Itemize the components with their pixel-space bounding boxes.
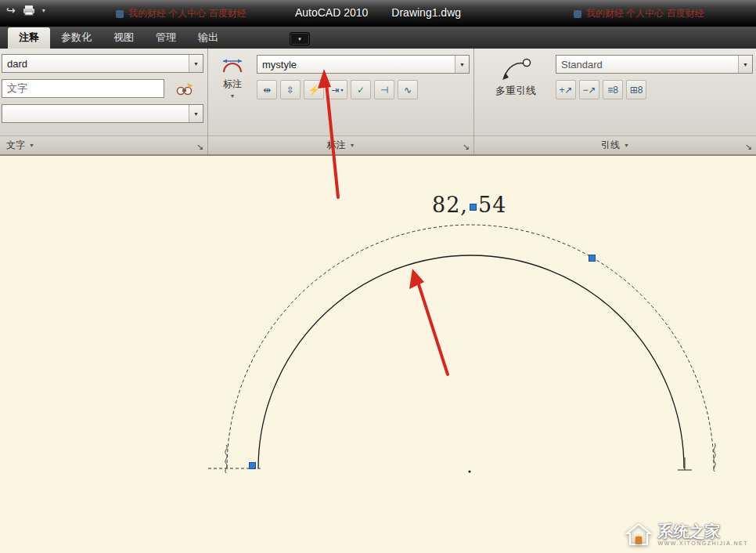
ribbon-tab-bar: 注释参数化视图管理输出 xyxy=(0,27,756,49)
remove-leader-icon[interactable]: −↗ xyxy=(579,80,599,99)
background-browser-tab-right: 我的财经 个人中心 百度财经 xyxy=(574,7,704,20)
dialog-launcher-icon[interactable]: ↘ xyxy=(463,142,470,152)
background-tab-text: 我的财经 个人中心 百度财经 xyxy=(586,7,704,20)
multileader-button-label: 多重引线 xyxy=(495,84,536,98)
chevron-down-icon: ▼ xyxy=(230,93,236,99)
dimension-panel-label-bar[interactable]: 标注 ▼ ↘ xyxy=(208,136,473,154)
arc-center-point xyxy=(468,470,470,472)
autocad-window: ↪ ▾ 我的财经 个人中心 百度财经 AutoCAD 2010 Drawing1… xyxy=(0,0,756,553)
dim-jog-line-icon[interactable]: ⊣ xyxy=(374,80,394,99)
dimension-tools: ⇹⇳⚡⇥▾✓⊣∿ xyxy=(257,80,418,99)
titlebar: ↪ ▾ 我的财经 个人中心 百度财经 AutoCAD 2010 Drawing1… xyxy=(0,0,756,27)
collect-leaders-icon[interactable]: ⊞8 xyxy=(626,80,646,99)
ribbon-tabs: 注释参数化视图管理输出 xyxy=(8,27,229,49)
leader-style-combo[interactable]: Standard ▼ xyxy=(556,55,753,74)
chevron-down-icon[interactable]: ▼ xyxy=(189,105,203,122)
ribbon-tab-parametric[interactable]: 参数化 xyxy=(50,27,103,49)
find-text-input[interactable] xyxy=(2,79,164,98)
leader-style-value: Standard xyxy=(556,59,738,70)
chevron-down-icon[interactable]: ▼ xyxy=(189,55,203,72)
dimension-text[interactable]: 82, 54 xyxy=(432,193,506,217)
watermark: 系统之家 WWW.XITONGZHIJIA.NET xyxy=(625,522,748,547)
leader-panel: 多重引线 Standard ▼ +↗−↗≡8⊞8 引线 ▼ ↘ xyxy=(474,49,756,154)
dim-spacing-icon[interactable]: ⇳ xyxy=(280,80,301,99)
multileader-icon xyxy=(499,55,533,81)
watermark-title: 系统之家 xyxy=(658,522,748,540)
multileader-button[interactable]: 多重引线 xyxy=(479,50,553,98)
dimension-arc-icon xyxy=(221,55,244,75)
dim-inspect-icon[interactable]: ✓ xyxy=(351,80,371,99)
dimension-value-right: 54 xyxy=(478,193,506,217)
dimension-button-label: 标注 xyxy=(223,78,242,91)
dimension-arc-dashed[interactable] xyxy=(227,225,714,468)
doc-title: Drawing1.dwg xyxy=(391,6,461,19)
dialog-launcher-icon[interactable]: ↘ xyxy=(745,142,752,152)
dimension-big-button[interactable]: 标注 ▼ xyxy=(211,50,254,99)
dim-update-icon[interactable]: ⚡ xyxy=(304,80,324,99)
watermark-subtitle: WWW.XITONGZHIJIA.NET xyxy=(658,540,748,547)
dim-continue-icon[interactable]: ⇥▾ xyxy=(327,80,347,99)
squiggle-extension-right xyxy=(714,443,715,472)
leader-panel-label: 引线 xyxy=(601,139,620,152)
dim-style-combo[interactable]: mystyle ▼ xyxy=(257,55,470,74)
grip-dimension-text[interactable] xyxy=(470,204,477,211)
chevron-down-icon: ▾ xyxy=(298,36,301,42)
chevron-down-icon: ▼ xyxy=(29,143,34,148)
favicon-icon xyxy=(574,10,581,18)
app-title: AutoCAD 2010 xyxy=(295,6,368,19)
text-panel-label: 文字 xyxy=(6,139,25,152)
arc-object[interactable] xyxy=(258,255,684,468)
grip-dimension-arc[interactable] xyxy=(589,255,596,262)
chevron-down-icon[interactable]: ▼ xyxy=(455,56,469,73)
dialog-launcher-icon[interactable]: ↘ xyxy=(196,142,203,152)
text-style-combo[interactable]: dard ▼ xyxy=(2,54,203,73)
chevron-down-icon[interactable]: ▼ xyxy=(738,56,752,73)
drawing-geometry xyxy=(0,156,756,553)
align-leaders-icon[interactable]: ≡8 xyxy=(603,80,623,99)
text-style-value: dard xyxy=(2,58,189,70)
chevron-down-icon: ▼ xyxy=(624,143,629,148)
ribbon-tab-manage[interactable]: 管理 xyxy=(145,27,187,49)
ribbon-tab-view[interactable]: 视图 xyxy=(103,27,145,49)
drawing-canvas[interactable]: 82, 54 系统之家 WWW.XITONGZHIJIA.NET xyxy=(0,156,756,553)
dimension-value-left: 82, xyxy=(432,193,468,217)
grip-arc-start[interactable] xyxy=(249,462,256,469)
ribbon-tab-output[interactable]: 输出 xyxy=(187,27,229,49)
find-text-icon[interactable] xyxy=(169,81,200,98)
text-panel: dard ▼ ▼ 文字 ▼ ↘ xyxy=(0,49,208,154)
watermark-house-icon xyxy=(625,522,652,546)
dimension-panel-label: 标注 xyxy=(327,139,346,152)
leader-panel-label-bar[interactable]: 引线 ▼ ↘ xyxy=(474,136,756,154)
ribbon-collapse-button[interactable]: ▾ xyxy=(290,32,310,45)
ribbon: dard ▼ ▼ 文字 ▼ ↘ xyxy=(0,49,756,156)
text-height-combo[interactable]: ▼ xyxy=(2,104,203,123)
chevron-down-icon: ▼ xyxy=(350,143,355,148)
add-leader-icon[interactable]: +↗ xyxy=(556,80,576,99)
dimension-panel: 标注 ▼ mystyle ▼ ⇹⇳⚡⇥▾✓⊣∿ 标注 ▼ ↘ xyxy=(208,49,474,154)
dim-tolerance-icon[interactable]: ∿ xyxy=(398,80,418,99)
leader-tools: +↗−↗≡8⊞8 xyxy=(556,80,646,99)
squiggle-extension-left xyxy=(225,445,227,473)
ribbon-tab-annotate[interactable]: 注释 xyxy=(8,27,50,49)
dim-break-icon[interactable]: ⇹ xyxy=(257,80,277,99)
dim-style-value: mystyle xyxy=(257,59,455,70)
text-panel-label-bar[interactable]: 文字 ▼ ↘ xyxy=(0,136,207,154)
chevron-down-icon[interactable]: ▾ xyxy=(341,87,344,92)
